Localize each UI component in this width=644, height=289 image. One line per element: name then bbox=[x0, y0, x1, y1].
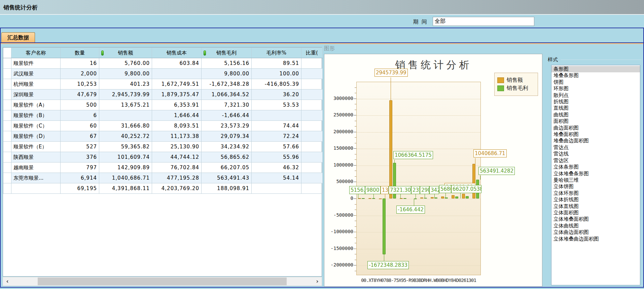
table-cell[interactable] bbox=[301, 121, 323, 131]
row-selector-cell[interactable] bbox=[3, 110, 11, 121]
row-selector-cell[interactable] bbox=[3, 69, 11, 79]
table-cell[interactable]: 25,130.90 bbox=[152, 142, 202, 152]
table-cell[interactable] bbox=[252, 183, 301, 194]
table-cell[interactable]: 53.53 bbox=[252, 100, 301, 110]
table-cell[interactable] bbox=[301, 79, 323, 89]
table-cell[interactable]: 31,666.80 bbox=[99, 121, 152, 131]
table-row[interactable]: 顺景软件（A）50013,675.216,353.917,321.3053.53 bbox=[3, 100, 323, 110]
style-list-item[interactable]: 雷达线 bbox=[551, 151, 640, 157]
table-cell[interactable]: 顺景软件 bbox=[11, 58, 61, 69]
table-cell[interactable]: 89.51 bbox=[252, 58, 301, 69]
style-list-item[interactable]: 立体曲线图 bbox=[551, 223, 640, 229]
style-list-item[interactable]: 堆叠条形图 bbox=[551, 72, 640, 79]
table-row[interactable]: 杭州顺景10,253401.231,672,749.51-1,672,348.2… bbox=[3, 79, 323, 89]
table-cell[interactable]: -416,805.39 bbox=[252, 79, 301, 89]
table-cell[interactable]: 顺景软件（E） bbox=[11, 142, 61, 152]
table-row[interactable]: 深圳顺景47,6792,945,739.991,879,375.471,066,… bbox=[3, 89, 323, 100]
table-cell[interactable]: 60 bbox=[61, 121, 99, 131]
table-cell[interactable]: 56,865.62 bbox=[202, 152, 252, 162]
table-cell[interactable]: 11,173.38 bbox=[152, 131, 202, 142]
table-cell[interactable] bbox=[301, 89, 323, 100]
table-cell[interactable]: 54.14 bbox=[252, 173, 301, 183]
table-cell[interactable] bbox=[301, 131, 323, 142]
table-cell[interactable] bbox=[252, 110, 301, 121]
table-cell[interactable] bbox=[301, 162, 323, 173]
row-selector-cell[interactable] bbox=[3, 152, 11, 162]
table-cell[interactable] bbox=[99, 110, 152, 121]
column-header[interactable]: 销售成本 bbox=[152, 48, 202, 58]
style-list-item[interactable]: 雷达区 bbox=[551, 157, 640, 164]
tab-summary-data[interactable]: 汇总数据 bbox=[1, 32, 35, 42]
table-cell[interactable]: 76,702.84 bbox=[152, 162, 202, 173]
table-cell[interactable]: 2,000 bbox=[61, 69, 99, 79]
row-selector-cell[interactable] bbox=[3, 121, 11, 131]
style-list-item[interactable]: 立体条形图 bbox=[551, 164, 640, 170]
table-cell[interactable]: 188,098.91 bbox=[202, 183, 252, 194]
table-cell[interactable] bbox=[11, 183, 61, 194]
column-header[interactable]: 数量 bbox=[61, 48, 99, 58]
scrollbar-thumb[interactable] bbox=[38, 278, 287, 285]
table-cell[interactable]: 29,079.34 bbox=[202, 131, 252, 142]
row-selector-cell[interactable] bbox=[3, 79, 11, 89]
table-cell[interactable]: 5,760.00 bbox=[99, 58, 152, 69]
scroll-right-button[interactable]: › bbox=[313, 277, 322, 286]
row-selector-cell[interactable] bbox=[3, 183, 11, 194]
table-cell[interactable]: 10,253 bbox=[61, 79, 99, 89]
table-row[interactable]: 69,1954,391,868.114,203,769.20188,098.91 bbox=[3, 183, 323, 194]
row-selector-cell[interactable] bbox=[3, 100, 11, 110]
column-header[interactable]: 客户名称 bbox=[11, 48, 61, 58]
table-cell[interactable]: 797 bbox=[61, 162, 99, 173]
style-list-item[interactable]: 立体堆叠面积图 bbox=[551, 216, 640, 222]
table-cell[interactable]: -1,646.44 bbox=[202, 110, 252, 121]
table-cell[interactable]: 59,365.82 bbox=[99, 142, 152, 152]
table-cell[interactable]: 47,679 bbox=[61, 89, 99, 100]
table-cell[interactable]: 477,195.28 bbox=[152, 173, 202, 183]
style-list-item[interactable]: 立体堆叠条形图 bbox=[551, 171, 640, 177]
table-cell[interactable]: 74.44 bbox=[252, 121, 301, 131]
table-cell[interactable]: 57.66 bbox=[252, 142, 301, 152]
table-cell[interactable]: 67 bbox=[61, 131, 99, 142]
table-cell[interactable] bbox=[301, 173, 323, 183]
table-cell[interactable]: 杭州顺景 bbox=[11, 79, 61, 89]
table-row[interactable]: 越南顺景797142,909.8976,702.8466,207.0546.32 bbox=[3, 162, 323, 173]
row-selector-cell[interactable] bbox=[3, 162, 11, 173]
table-cell[interactable]: 13,675.21 bbox=[99, 100, 152, 110]
style-list-item[interactable]: 堆叠面积图 bbox=[551, 131, 640, 138]
style-list-item[interactable]: 立体饼图 bbox=[551, 183, 640, 190]
row-selector-cell[interactable] bbox=[3, 173, 11, 183]
table-cell[interactable]: 4,391,868.11 bbox=[99, 183, 152, 194]
table-row[interactable]: 顺景软件165,760.00603.845,156.1689.51 bbox=[3, 58, 323, 69]
table-cell[interactable]: 东莞市顺景... bbox=[11, 173, 61, 183]
table-cell[interactable]: 1,040,686.71 bbox=[99, 173, 152, 183]
table-cell[interactable]: 34,234.92 bbox=[202, 142, 252, 152]
table-cell[interactable]: 4,203,769.20 bbox=[152, 183, 202, 194]
table-cell[interactable]: 顺景软件（A） bbox=[11, 100, 61, 110]
table-cell[interactable]: 527 bbox=[61, 142, 99, 152]
table-cell[interactable]: 顺景软件（D） bbox=[11, 131, 61, 142]
table-cell[interactable]: 6 bbox=[61, 110, 99, 121]
table-cell[interactable]: 陕西顺景 bbox=[11, 152, 61, 162]
table-cell[interactable]: -1,672,348.28 bbox=[202, 79, 252, 89]
style-list-item[interactable]: 立体堆叠曲边面积图 bbox=[551, 236, 640, 242]
style-list-item[interactable]: 立体直线图 bbox=[551, 203, 640, 210]
table-cell[interactable]: 5,156.16 bbox=[202, 58, 252, 69]
style-list-item[interactable]: 雷达点 bbox=[551, 144, 640, 151]
style-list-item[interactable]: 折线图 bbox=[551, 99, 640, 105]
period-input[interactable] bbox=[433, 17, 534, 26]
row-selector-cell[interactable] bbox=[3, 58, 11, 69]
table-cell[interactable]: 6,353.91 bbox=[152, 100, 202, 110]
column-header[interactable]: 比重( bbox=[301, 48, 323, 58]
column-header[interactable]: 销售额 bbox=[99, 48, 152, 58]
style-list-item[interactable]: 立体环形图 bbox=[551, 190, 640, 196]
table-cell[interactable]: 401.23 bbox=[99, 79, 152, 89]
table-cell[interactable]: 101,609.74 bbox=[99, 152, 152, 162]
table-cell[interactable]: 40,252.72 bbox=[99, 131, 152, 142]
table-cell[interactable]: 1,672,749.51 bbox=[152, 79, 202, 89]
table-cell[interactable]: 7,321.30 bbox=[202, 100, 252, 110]
table-row[interactable]: 顺景软件（B）61,646.44-1,646.44 bbox=[3, 110, 323, 121]
style-list-item[interactable]: 曼哈顿三维 bbox=[551, 177, 640, 183]
table-row[interactable]: 陕西顺景376101,609.7444,744.1256,865.6255.96 bbox=[3, 152, 323, 162]
table-cell[interactable] bbox=[301, 58, 323, 69]
table-cell[interactable] bbox=[301, 110, 323, 121]
style-list-item[interactable]: 堆叠曲边面积图 bbox=[551, 138, 640, 144]
